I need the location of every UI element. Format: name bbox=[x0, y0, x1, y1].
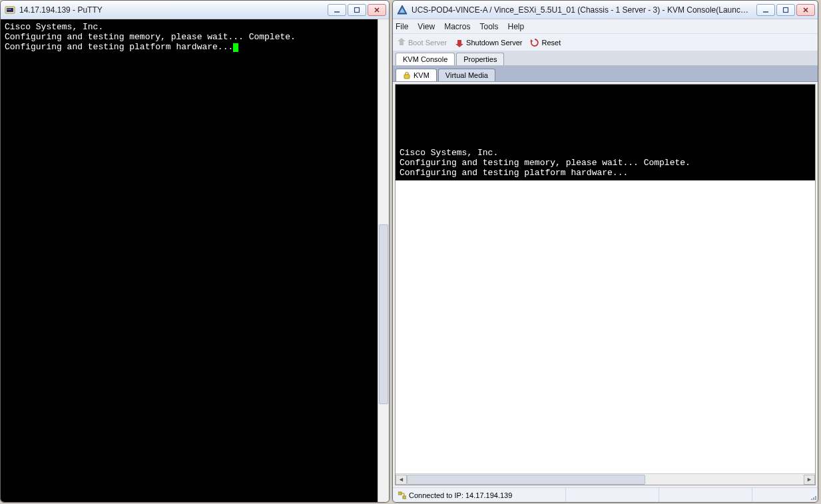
svg-rect-16 bbox=[398, 492, 402, 495]
putty-window-controls bbox=[328, 4, 386, 16]
kvm-tab-row: KVM Console Properties bbox=[393, 51, 818, 66]
ucs-icon bbox=[397, 5, 408, 15]
status-cell-3 bbox=[659, 488, 752, 502]
status-connection-text: Connected to IP: 14.17.194.139 bbox=[409, 491, 512, 499]
status-connection: Connected to IP: 14.17.194.139 bbox=[393, 488, 566, 502]
tab-properties[interactable]: Properties bbox=[456, 53, 504, 65]
scroll-left-button[interactable]: ◄ bbox=[396, 475, 407, 485]
subtab-kvm-label: KVM bbox=[413, 71, 429, 79]
kvm-horizontal-scrollbar[interactable]: ◄ ► bbox=[396, 473, 815, 485]
menu-file[interactable]: File bbox=[396, 22, 408, 31]
subtab-virtual-media[interactable]: Virtual Media bbox=[438, 69, 495, 81]
scrollbar-thumb[interactable] bbox=[407, 475, 645, 485]
kvm-window: UCS-POD4-VINCE-A / Vince_ESXi_5.5U1_01 (… bbox=[392, 0, 818, 503]
putty-body: Cisco Systems, Inc. Configuring and test… bbox=[1, 19, 389, 502]
kvm-terminal-wrap: Cisco Systems, Inc. Configuring and test… bbox=[396, 85, 815, 473]
scroll-right-button[interactable]: ► bbox=[804, 475, 815, 485]
maximize-icon bbox=[782, 7, 789, 13]
kvm-terminal[interactable]: Cisco Systems, Inc. Configuring and test… bbox=[396, 85, 815, 180]
reset-icon bbox=[530, 38, 539, 47]
putty-vertical-scrollbar[interactable] bbox=[378, 19, 389, 502]
kvm-subtab-row: KVM Virtual Media bbox=[393, 66, 818, 82]
boot-server-button: Boot Server bbox=[397, 38, 447, 47]
maximize-icon bbox=[354, 7, 360, 13]
close-button[interactable] bbox=[368, 4, 386, 16]
minimize-icon bbox=[334, 7, 340, 13]
putty-icon bbox=[5, 5, 15, 15]
kvm-menubar: File View Macros Tools Help bbox=[393, 19, 818, 34]
menu-macros[interactable]: Macros bbox=[444, 22, 470, 31]
minimize-button[interactable] bbox=[328, 4, 346, 16]
boot-server-label: Boot Server bbox=[408, 39, 447, 47]
maximize-button[interactable] bbox=[776, 4, 795, 16]
kvm-title: UCS-POD4-VINCE-A / Vince_ESXi_5.5U1_01 (… bbox=[411, 5, 752, 15]
putty-title: 14.17.194.139 - PuTTY bbox=[19, 5, 324, 15]
terminal-line: Configuring and testing platform hardwar… bbox=[5, 42, 233, 52]
kvm-statusbar: Connected to IP: 14.17.194.139 bbox=[393, 487, 818, 502]
tab-kvm-console[interactable]: KVM Console bbox=[396, 53, 455, 65]
close-icon bbox=[802, 7, 809, 13]
svg-rect-17 bbox=[403, 496, 406, 499]
shutdown-server-button[interactable]: Shutdown Server bbox=[455, 38, 522, 47]
terminal-line: Configuring and testing memory, please w… bbox=[5, 32, 296, 42]
svg-rect-1 bbox=[7, 8, 13, 12]
close-button[interactable] bbox=[796, 4, 815, 16]
svg-rect-5 bbox=[355, 7, 360, 12]
status-cell-2 bbox=[566, 488, 659, 502]
reset-label: Reset bbox=[541, 39, 561, 47]
boot-icon bbox=[397, 38, 406, 47]
close-icon bbox=[374, 7, 380, 13]
svg-point-2 bbox=[7, 9, 9, 10]
terminal-line: Configuring and testing memory, please w… bbox=[400, 158, 690, 168]
menu-view[interactable]: View bbox=[417, 22, 435, 31]
kvm-window-controls bbox=[756, 4, 815, 16]
reset-button[interactable]: Reset bbox=[530, 38, 561, 47]
svg-rect-15 bbox=[404, 75, 410, 79]
putty-titlebar[interactable]: 14.17.194.139 - PuTTY bbox=[1, 1, 389, 19]
svg-point-3 bbox=[9, 9, 11, 10]
svg-rect-11 bbox=[784, 7, 788, 12]
resize-grip[interactable] bbox=[806, 489, 818, 501]
terminal-line: Cisco Systems, Inc. bbox=[400, 148, 498, 158]
menu-tools[interactable]: Tools bbox=[479, 22, 498, 31]
scrollbar-thumb[interactable] bbox=[379, 224, 388, 404]
shutdown-icon bbox=[455, 38, 464, 47]
kvm-body: Cisco Systems, Inc. Configuring and test… bbox=[395, 84, 816, 485]
putty-terminal[interactable]: Cisco Systems, Inc. Configuring and test… bbox=[1, 19, 378, 502]
lock-icon bbox=[403, 71, 411, 79]
terminal-line: Configuring and testing platform hardwar… bbox=[400, 168, 628, 178]
kvm-titlebar[interactable]: UCS-POD4-VINCE-A / Vince_ESXi_5.5U1_01 (… bbox=[393, 1, 818, 19]
minimize-icon bbox=[762, 7, 769, 13]
shutdown-server-label: Shutdown Server bbox=[466, 39, 522, 47]
network-icon bbox=[398, 491, 406, 499]
subtab-kvm[interactable]: KVM bbox=[396, 69, 437, 81]
scrollbar-track[interactable] bbox=[407, 475, 804, 485]
putty-window: 14.17.194.139 - PuTTY Cisco Systems, Inc… bbox=[0, 0, 390, 503]
terminal-cursor bbox=[233, 43, 238, 52]
menu-help[interactable]: Help bbox=[508, 22, 525, 31]
maximize-button[interactable] bbox=[348, 4, 366, 16]
minimize-button[interactable] bbox=[756, 4, 775, 16]
kvm-toolbar: Boot Server Shutdown Server Reset bbox=[393, 34, 818, 51]
terminal-line: Cisco Systems, Inc. bbox=[5, 22, 103, 32]
